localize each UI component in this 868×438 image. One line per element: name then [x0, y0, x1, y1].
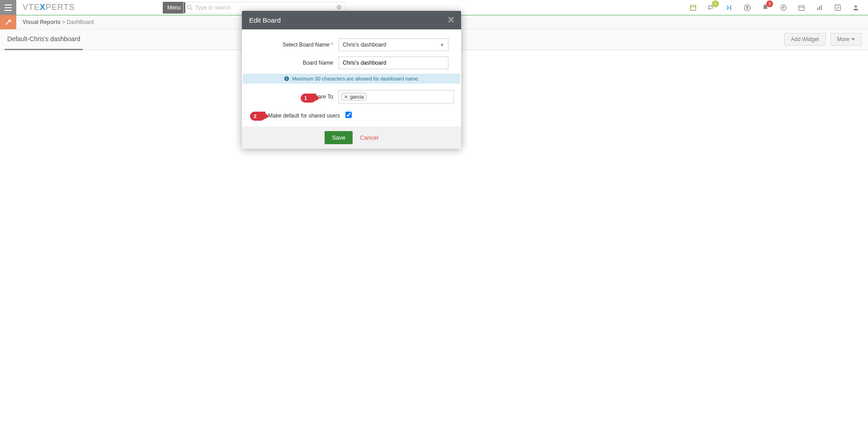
more-button[interactable]: More	[830, 33, 862, 46]
chart-icon[interactable]	[816, 4, 824, 12]
search-input[interactable]	[195, 5, 336, 11]
wrench-icon	[5, 19, 12, 26]
svg-rect-1	[5, 7, 12, 8]
search-dropdown-icon[interactable]	[336, 5, 342, 11]
hamburger-icon	[5, 5, 12, 11]
logo-prefix: VTE	[23, 3, 40, 12]
svg-rect-22	[286, 77, 287, 78]
breadcrumb-page[interactable]: DashBoard	[67, 19, 94, 25]
row-select-board: Select Board Name * Chris's dashboard ▼	[242, 36, 461, 54]
chevron-down-icon	[851, 38, 855, 41]
modal-footer: Save Cancel	[242, 127, 461, 149]
row-board-name: Board Name	[242, 54, 461, 72]
svg-rect-13	[799, 5, 804, 10]
svg-rect-17	[821, 5, 822, 10]
add-widget-button[interactable]: Add Widget	[784, 33, 826, 46]
menu-button[interactable]: Menu	[163, 2, 185, 14]
label-board-name: Board Name	[248, 60, 339, 66]
save-button[interactable]: Save	[325, 131, 353, 144]
svg-point-19	[854, 5, 857, 7]
calendar-alert-icon[interactable]	[689, 4, 697, 12]
bell-icon[interactable]: 2	[761, 4, 769, 12]
svg-rect-0	[5, 5, 12, 5]
svg-rect-18	[835, 5, 840, 10]
close-icon	[448, 17, 454, 23]
svg-point-3	[188, 5, 191, 9]
plus-circle-icon[interactable]	[779, 4, 788, 12]
annotation-marker-2: 2	[250, 112, 265, 121]
annotation-marker-1: 1	[301, 94, 316, 103]
settings-wrench[interactable]	[0, 15, 16, 29]
svg-line-4	[191, 9, 193, 10]
board-name-input[interactable]	[343, 60, 444, 66]
top-icons: 0 ? 2	[689, 0, 860, 15]
modal-title: Edit Board	[249, 16, 281, 24]
search-icon	[187, 5, 193, 10]
dashboard-actions: Add Widget More	[784, 33, 862, 46]
hamburger-menu[interactable]	[0, 0, 16, 15]
chevron-down-icon: ▼	[440, 42, 444, 47]
breadcrumb: Visual Reports > DashBoard	[23, 19, 94, 25]
required-mark: *	[331, 42, 333, 48]
breadcrumb-sep: >	[62, 19, 66, 25]
share-tag: × garcia	[341, 93, 367, 101]
comments-icon[interactable]: 0	[707, 4, 715, 12]
row-share-to: 1 Share To × garcia	[242, 87, 461, 106]
info-text: Maximum 30 characters are allowed for da…	[292, 76, 419, 81]
logo[interactable]: VTEXPERTS	[23, 3, 75, 12]
remove-tag-icon[interactable]: ×	[344, 94, 347, 99]
info-max-chars: Maximum 30 characters are allowed for da…	[243, 74, 460, 84]
label-make-default: 2 Make default for shared users	[248, 113, 345, 119]
bell-badge: 2	[766, 0, 773, 7]
logo-x: X	[40, 3, 46, 12]
svg-rect-21	[286, 78, 287, 80]
svg-rect-6	[690, 5, 696, 10]
make-default-checkbox[interactable]	[345, 112, 352, 118]
label-select-board: Select Board Name *	[248, 42, 339, 48]
logo-suffix: PERTS	[46, 3, 75, 12]
user-icon[interactable]	[852, 4, 860, 12]
comments-badge: 0	[712, 0, 719, 7]
cancel-button[interactable]: Cancel	[360, 134, 378, 141]
share-tag-label: garcia	[350, 94, 363, 99]
svg-rect-16	[819, 6, 820, 10]
board-name-field-wrap	[339, 57, 448, 69]
svg-text:?: ?	[746, 5, 749, 10]
modal-body: Select Board Name * Chris's dashboard ▼ …	[242, 29, 461, 122]
vte-x-icon[interactable]	[725, 4, 733, 12]
tab-default-dashboard[interactable]: Default-Chris's dashboard	[5, 29, 83, 50]
calendar-icon[interactable]	[797, 4, 806, 12]
select-board-value: Chris's dashboard	[343, 42, 386, 48]
modal-close[interactable]	[448, 16, 454, 24]
help-icon[interactable]: ?	[743, 4, 751, 12]
svg-rect-15	[817, 8, 818, 10]
breadcrumb-module[interactable]: Visual Reports	[23, 19, 61, 25]
task-check-icon[interactable]	[834, 4, 842, 12]
info-icon	[284, 76, 289, 81]
label-share-to: 1 Share To	[248, 94, 339, 100]
more-label: More	[837, 36, 849, 42]
modal-header: Edit Board	[242, 11, 461, 29]
row-make-default: 2 Make default for shared users	[242, 109, 461, 122]
select-board-name[interactable]: Chris's dashboard ▼	[339, 38, 448, 51]
share-to-input[interactable]: × garcia	[339, 90, 454, 104]
edit-board-modal: Edit Board Select Board Name * Chris's d…	[242, 11, 461, 149]
svg-rect-2	[5, 10, 12, 11]
